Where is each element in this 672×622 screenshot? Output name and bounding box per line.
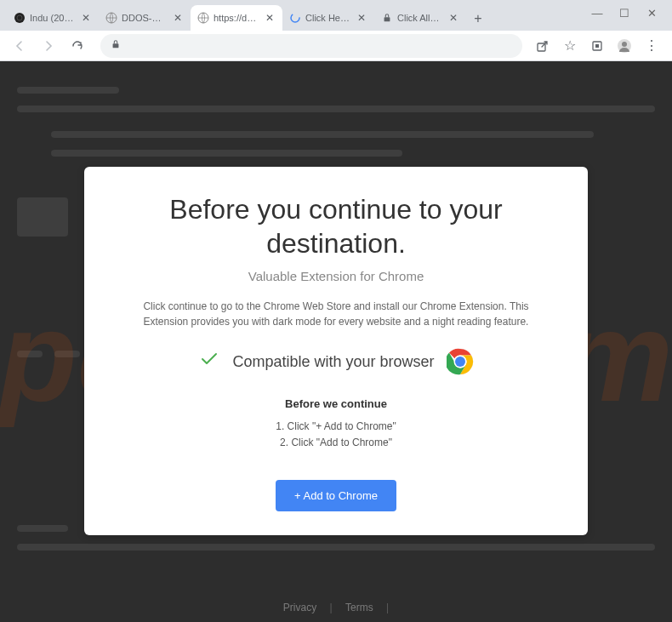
tab-title: Indu (2023) S02 (30, 13, 76, 23)
globe-icon (105, 12, 117, 24)
step-1: 1. Click "+ Add to Chrome" (118, 419, 554, 435)
globe-icon (14, 12, 26, 24)
svg-point-11 (622, 42, 627, 47)
tab-strip: Indu (2023) S02 ✕ DDOS-GUARD ✕ https://d… (0, 0, 672, 31)
svg-point-4 (291, 14, 299, 22)
forward-button[interactable] (37, 35, 60, 57)
spinner-icon (289, 12, 301, 24)
tab-title: https://darkmod (214, 13, 259, 23)
close-icon[interactable]: ✕ (80, 12, 92, 24)
svg-rect-6 (113, 43, 119, 48)
close-icon[interactable]: ✕ (356, 12, 367, 24)
step-2: 2. Click "Add to Chrome" (118, 435, 554, 451)
page-content: pcrisk.com Before you continue to your d… (0, 61, 672, 622)
footer: Privacy | Terms | (0, 602, 672, 613)
tab-4[interactable]: Click Allow if yo ✕ (374, 5, 466, 31)
bookmark-star-icon[interactable]: ☆ (561, 37, 578, 54)
svg-rect-5 (384, 17, 390, 21)
privacy-link[interactable]: Privacy (283, 602, 316, 613)
steps-title: Before we continue (118, 397, 554, 410)
compatible-row: Compatible with your browser (118, 348, 554, 375)
tab-title: Click Allow if yo (397, 13, 443, 23)
reload-button[interactable] (66, 35, 88, 57)
close-window-button[interactable]: ✕ (646, 8, 657, 18)
maximize-button[interactable]: ☐ (619, 8, 629, 18)
profile-icon[interactable] (616, 37, 633, 54)
svg-point-0 (14, 13, 25, 23)
tab-2-active[interactable]: https://darkmod ✕ (191, 5, 282, 31)
toolbar-right: ☆ ⋮ (534, 37, 663, 54)
menu-icon[interactable]: ⋮ (643, 37, 660, 54)
share-icon[interactable] (534, 37, 551, 54)
modal-title: Before you continue to your destination. (118, 192, 554, 260)
extensions-icon[interactable] (589, 37, 606, 54)
extension-modal: Before you continue to your destination.… (84, 167, 588, 535)
toolbar: ☆ ⋮ (0, 31, 672, 61)
tab-1[interactable]: DDOS-GUARD ✕ (99, 5, 191, 31)
tab-3[interactable]: Click Here to ed ✕ (282, 5, 374, 31)
tab-0[interactable]: Indu (2023) S02 ✕ (7, 5, 99, 31)
close-icon[interactable]: ✕ (264, 12, 276, 24)
lock-icon (381, 12, 393, 24)
tab-title: Click Here to ed (305, 13, 351, 23)
tab-title: DDOS-GUARD (122, 13, 168, 23)
window-controls: — ☐ ✕ (592, 0, 672, 26)
chrome-logo-icon (447, 348, 474, 375)
globe-icon (197, 12, 209, 24)
close-icon[interactable]: ✕ (172, 12, 184, 24)
svg-point-14 (455, 357, 465, 367)
svg-rect-9 (595, 44, 599, 48)
address-bar[interactable] (100, 34, 522, 58)
modal-description: Click continue to go to the Chrome Web S… (118, 299, 554, 329)
check-icon (198, 348, 220, 375)
close-icon[interactable]: ✕ (447, 12, 459, 24)
minimize-button[interactable]: — (592, 8, 602, 18)
new-tab-button[interactable]: + (466, 7, 490, 31)
steps-list: 1. Click "+ Add to Chrome" 2. Click "Add… (118, 419, 554, 451)
lock-icon (111, 39, 121, 52)
back-button[interactable] (9, 35, 31, 57)
compatible-text: Compatible with your browser (232, 353, 434, 371)
terms-link[interactable]: Terms (345, 602, 373, 613)
modal-subtitle: Valuable Extension for Chrome (118, 269, 554, 283)
add-to-chrome-button[interactable]: + Add to Chrome (276, 480, 396, 511)
